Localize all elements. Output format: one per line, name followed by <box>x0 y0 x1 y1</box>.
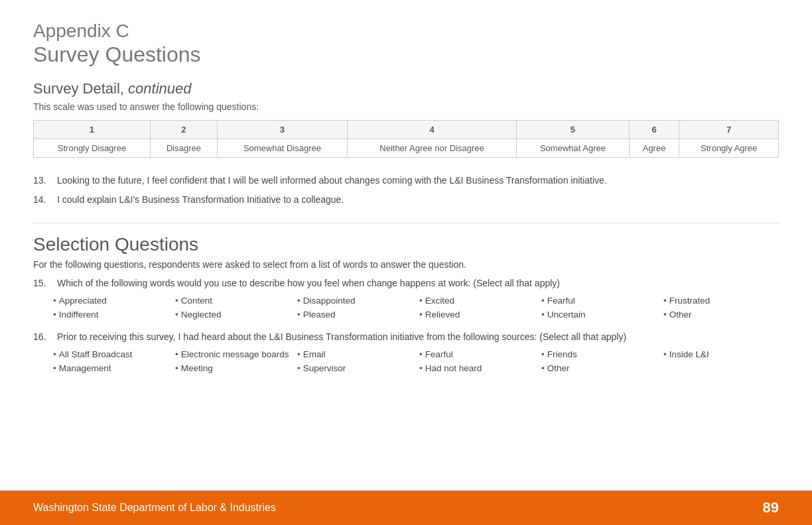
survey-detail-title-italic: continued <box>128 80 191 97</box>
bullet: • <box>541 363 545 373</box>
source-label: Fearful <box>425 349 453 359</box>
scale-label-6: Agree <box>629 139 679 157</box>
bullet: • <box>297 349 301 359</box>
source-label: Email <box>303 349 326 359</box>
word-neglected: •Neglected <box>175 310 291 320</box>
bullet: • <box>53 363 56 373</box>
bullet: • <box>175 296 178 306</box>
scale-label-4: Neither Agree nor Disagree <box>347 139 516 157</box>
source-all-staff: •All Staff Broadcast <box>53 349 169 359</box>
scale-label-3: Somewhat Disagree <box>217 139 347 157</box>
footer-text: Washington State Department of Labor & I… <box>33 502 276 514</box>
source-email: •Email <box>297 349 413 359</box>
word-content: •Content <box>175 296 291 306</box>
word-appreciated: •Appreciated <box>53 296 169 306</box>
divider <box>33 223 779 223</box>
bullet: • <box>53 349 56 359</box>
bullet: • <box>175 349 178 359</box>
source-electronic: •Electronic message boards <box>175 349 291 359</box>
scale-header-7: 7 <box>679 120 779 139</box>
scale-header-2: 2 <box>150 120 217 139</box>
question-15-number: 15. <box>33 276 57 290</box>
source-empty <box>663 363 779 373</box>
bullet: • <box>541 349 545 359</box>
question-14-text: I could explain L&I's Business Transform… <box>57 193 779 207</box>
source-label: Inside L&I <box>669 349 709 359</box>
word-label: Neglected <box>181 310 222 320</box>
survey-detail-title-plain: Survey Detail, <box>33 80 128 97</box>
source-friends: •Friends <box>541 349 657 359</box>
bullet: • <box>175 310 178 320</box>
source-label: Management <box>59 363 111 373</box>
question-16-text: Prior to receiving this survey, I had he… <box>57 330 779 344</box>
word-uncertain: •Uncertain <box>541 310 657 320</box>
question-15: 15. Which of the following words would y… <box>33 276 779 290</box>
bullet: • <box>663 349 667 359</box>
scale-label-7: Strongly Agree <box>679 139 779 157</box>
words-row2: •Indifferent •Neglected •Pleased •Reliev… <box>53 310 779 320</box>
source-label: Friends <box>547 349 577 359</box>
scale-label-2: Disagree <box>150 139 217 157</box>
page-content: Appendix C Survey Questions Survey Detai… <box>0 0 812 430</box>
word-disappointed: •Disappointed <box>297 296 413 306</box>
scale-description: This scale was used to answer the follow… <box>33 101 779 112</box>
question-14: 14. I could explain L&I's Business Trans… <box>33 193 779 207</box>
bullet: • <box>419 363 423 373</box>
scale-header-6: 6 <box>629 120 679 139</box>
word-label: Other <box>669 310 692 320</box>
scale-header-3: 3 <box>217 120 347 139</box>
bullet: • <box>53 310 56 320</box>
bullet: • <box>419 349 423 359</box>
survey-detail-title: Survey Detail, continued <box>33 80 779 97</box>
source-label: All Staff Broadcast <box>59 349 133 359</box>
words-row1: •Appreciated •Content •Disappointed •Exc… <box>53 296 779 306</box>
source-had-not-heard: •Had not heard <box>419 363 535 373</box>
word-excited: •Excited <box>419 296 535 306</box>
bullet: • <box>663 296 667 306</box>
word-label: Disappointed <box>303 296 356 306</box>
appendix-title-line2: Survey Questions <box>33 42 779 67</box>
bullet: • <box>297 296 301 306</box>
word-label: Fearful <box>547 296 575 306</box>
word-label: Frustrated <box>669 296 710 306</box>
source-inside-li: •Inside L&I <box>663 349 779 359</box>
bullet: • <box>541 310 545 320</box>
scale-label-1: Strongly Disagree <box>34 139 151 157</box>
question-16-number: 16. <box>33 330 57 344</box>
question-14-number: 14. <box>33 193 57 207</box>
word-indifferent: •Indifferent <box>53 310 169 320</box>
word-other: •Other <box>663 310 779 320</box>
word-label: Content <box>181 296 212 306</box>
word-label: Indifferent <box>59 310 99 320</box>
word-label: Relieved <box>425 310 460 320</box>
source-other: •Other <box>541 363 657 373</box>
question-15-text: Which of the following words would you u… <box>57 276 779 290</box>
source-meeting: •Meeting <box>175 363 291 373</box>
source-label: Electronic message boards <box>181 349 289 359</box>
appendix-title-line1: Appendix C <box>33 20 779 42</box>
word-pleased: •Pleased <box>297 310 413 320</box>
source-management: •Management <box>53 363 169 373</box>
question-13: 13. Looking to the future, I feel confid… <box>33 174 779 188</box>
question-13-number: 13. <box>33 174 57 188</box>
source-label: Other <box>547 363 570 373</box>
selection-desc: For the following questions, respondents… <box>33 259 779 270</box>
word-label: Excited <box>425 296 454 306</box>
questions-section: 13. Looking to the future, I feel confid… <box>33 174 779 207</box>
bullet: • <box>663 310 667 320</box>
word-fearful: •Fearful <box>541 296 657 306</box>
source-label: Meeting <box>181 363 213 373</box>
source-label: Supervisor <box>303 363 346 373</box>
bullet: • <box>297 310 301 320</box>
source-fearful: •Fearful <box>419 349 535 359</box>
word-frustrated: •Frustrated <box>663 296 779 306</box>
footer: Washington State Department of Labor & I… <box>0 491 812 525</box>
bullet: • <box>419 310 423 320</box>
scale-table: 1 2 3 4 5 6 7 Strongly Disagree Disagree… <box>33 120 779 158</box>
bullet: • <box>53 296 56 306</box>
source-label: Had not heard <box>425 363 482 373</box>
bullet: • <box>297 363 301 373</box>
footer-page-number: 89 <box>763 499 779 516</box>
sources-row2: •Management •Meeting •Supervisor •Had no… <box>53 363 779 373</box>
sources-row1: •All Staff Broadcast •Electronic message… <box>53 349 779 359</box>
